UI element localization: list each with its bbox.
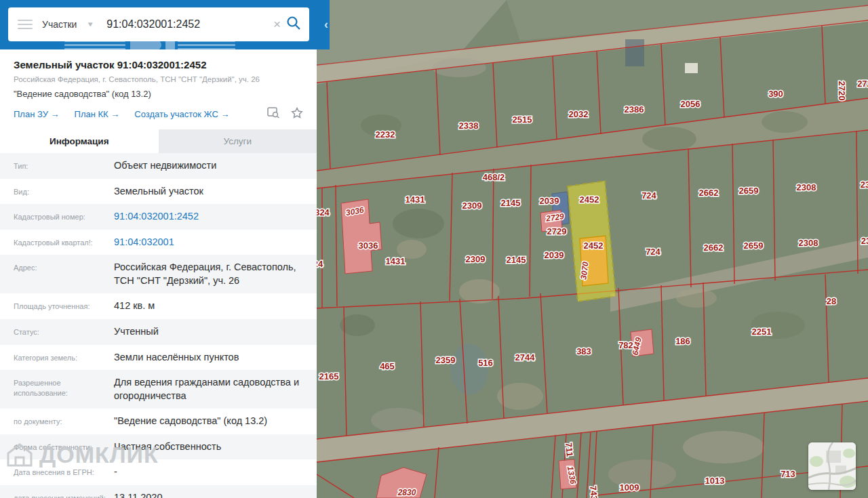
tab-services[interactable]: Услуги <box>159 129 317 153</box>
create-zhs-link[interactable]: Создать участок ЖС → <box>134 109 229 119</box>
parcel-label: 1431 <box>386 256 406 266</box>
collapse-panel-icon[interactable]: ‹ <box>324 18 328 32</box>
info-row: Площадь уточненная: 412 кв. м <box>0 293 317 319</box>
parcel-label: 23 <box>861 236 868 246</box>
plan-kk-link[interactable]: План КК → <box>75 109 120 119</box>
logo-d-shape <box>130 40 171 49</box>
info-row-value: Земельный участок <box>114 185 317 199</box>
parcel-label: 24 <box>317 259 323 269</box>
parcel-label: 2309 <box>462 201 482 211</box>
parcel-label: 3036 <box>359 241 378 251</box>
info-row: Вид: Земельный участок <box>0 179 317 205</box>
top-search-bar: Участки ▼ × ‹ <box>0 0 330 49</box>
parcel-label: 2720 <box>837 81 847 101</box>
minimap[interactable] <box>808 442 856 490</box>
parcel-label: 2308 <box>799 238 818 248</box>
parcel-label: 2386 <box>625 104 644 115</box>
info-row-value: 412 кв. м <box>114 299 317 313</box>
parcel-label: 2056 <box>681 99 701 109</box>
parcel-label: 2039 <box>540 196 559 206</box>
info-row: Тип: Объект недвижимости <box>0 153 317 179</box>
info-row-label: Тип: <box>14 159 114 171</box>
clear-search-icon[interactable]: × <box>269 17 285 32</box>
info-row-label: по документу: <box>14 415 114 427</box>
cadastral-number-link[interactable]: 91:04:032001:2452 <box>114 210 317 224</box>
menu-icon[interactable] <box>18 17 33 32</box>
parcel-label: 2659 <box>744 241 764 251</box>
info-row-label: Дата внесения в ЕГРН: <box>14 465 114 478</box>
favorite-star-icon[interactable] <box>291 107 303 121</box>
map-canvas[interactable]: 2232233825152032238620563902720272468/23… <box>317 0 868 498</box>
parcel-label: 2039 <box>545 250 564 260</box>
info-row: Форма собственности: Частная собственнос… <box>0 434 317 460</box>
info-row: Адрес: Российская Федерация, г. Севастоп… <box>0 255 317 293</box>
parcel-label: 1009 <box>620 482 639 493</box>
preview-plan-icon[interactable] <box>267 107 280 121</box>
parcel-label: 2830 <box>397 488 416 497</box>
info-row: Дата внесения в ЕГРН: - <box>0 459 317 485</box>
satellite-map: 2232233825152032238620563902720272468/23… <box>317 0 868 498</box>
plan-zu-link[interactable]: План ЗУ → <box>14 109 60 119</box>
parcel-doc-line: "Ведение садоводства" (код 13.2) <box>14 89 303 99</box>
info-row-label: Вид: <box>14 185 114 197</box>
parcel-label: 1013 <box>705 476 725 486</box>
parcel-label: 2452 <box>580 194 599 205</box>
search-box: Участки ▼ × <box>8 7 309 41</box>
parcel-label: 186 <box>675 336 690 346</box>
header-links: План ЗУ →План КК →Создать участок ЖС → <box>14 107 303 129</box>
parcel-address-subtitle: Российская Федерация, г. Севастополь, ТС… <box>14 75 303 83</box>
parcel-label: 2662 <box>704 243 724 253</box>
parcel-label: 2145 <box>507 255 526 265</box>
parcel-label: 2338 <box>459 121 479 131</box>
search-input[interactable] <box>105 18 269 31</box>
panel-tabs: Информация Услуги <box>0 129 317 153</box>
parcel-label: 2744 <box>515 352 536 362</box>
parcel-label: 2232 <box>376 129 395 140</box>
parcel-label: 272 <box>857 79 868 89</box>
info-row-label: Категория земель: <box>14 351 114 363</box>
parcel-label: 2145 <box>501 198 521 208</box>
parcel-label: 390 <box>768 89 783 99</box>
info-row-value: Земли населённых пунктов <box>114 351 317 365</box>
parcel-label: 516 <box>478 358 493 368</box>
info-row: Категория земель: Земли населённых пункт… <box>0 345 317 371</box>
info-rows: Тип: Объект недвижимости Вид: Земельный … <box>0 153 317 498</box>
parcel-title: Земельный участок 91:04:032001:2452 <box>14 59 303 70</box>
search-icon[interactable] <box>286 16 301 33</box>
info-row-label: Статус: <box>14 325 114 337</box>
info-row-value: - <box>114 465 317 479</box>
parcel-label: 2309 <box>466 254 486 264</box>
info-row-label: Кадастровый квартал!: <box>14 236 114 248</box>
parcel-label: 28 <box>827 296 836 306</box>
info-row-value: 13.11.2020 <box>114 491 317 498</box>
info-row: Кадастровый номер: 91:04:032001:2452 <box>0 204 317 230</box>
parcel-label: 2515 <box>513 115 532 125</box>
parcel-label: 724 <box>646 247 660 257</box>
info-row-value: "Ведение садоводства" (код 13.2) <box>114 415 317 428</box>
info-row-value: Для ведения гражданами садоводства и ого… <box>114 376 317 402</box>
parcel-label: 2659 <box>739 186 759 196</box>
parcel-label: 2251 <box>752 327 772 337</box>
info-panel: Земельный участок 91:04:032001:2452 Росс… <box>0 49 317 498</box>
layer-selector[interactable]: Участки ▼ <box>42 19 94 30</box>
info-row: по документу: "Ведение садоводства" (код… <box>0 409 317 434</box>
parcel-label: 2359 <box>436 355 456 365</box>
info-row-label: Разрешенное использование: <box>14 376 114 398</box>
cadastral-quarter-link[interactable]: 91:04:032001 <box>114 236 317 249</box>
parcel-label: 1431 <box>406 194 425 205</box>
info-row-label: Кадастровый номер: <box>14 210 114 222</box>
cadastral-map-app: 2232233825152032238620563902720272468/23… <box>0 0 868 498</box>
info-row: дата внесения изменений: 13.11.2020 <box>0 485 317 498</box>
info-row-value: Частная собственность <box>114 440 317 454</box>
info-row: Разрешенное использование: Для ведения г… <box>0 370 317 409</box>
parcel-label: 2165 <box>319 371 339 381</box>
tab-information[interactable]: Информация <box>0 129 159 153</box>
info-row-label: Форма собственности: <box>14 440 114 453</box>
info-row-value: Российская Федерация, г. Севастополь, ТС… <box>114 261 317 287</box>
info-row: Кадастровый квартал!: 91:04:032001 <box>0 230 317 255</box>
info-row-value: Объект недвижимости <box>114 159 317 173</box>
logo-stripes-right <box>178 40 235 49</box>
parcel-label: 468/2 <box>483 172 505 182</box>
info-row-value: Учтенный <box>114 325 317 339</box>
parcel-label: 743 <box>588 485 599 498</box>
